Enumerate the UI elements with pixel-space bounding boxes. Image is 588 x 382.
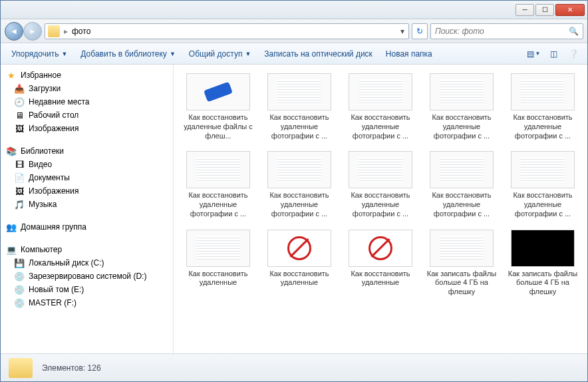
arrow-left-icon: ◄ [10,27,18,36]
sidebar-item-recent[interactable]: 🕘 Недавние места [1,95,173,108]
drive-icon: 💿 [14,284,25,295]
sidebar-item-music[interactable]: 🎵 Музыка [1,198,173,211]
thumbnail-image [511,73,575,110]
sidebar-item-documents[interactable]: 📄 Документы [1,171,173,184]
thumbnail-label: Как восстановить удаленные фотографии с … [507,113,579,140]
sidebar-item-drive-d[interactable]: 💿 Зарезервировано системой (D:) [1,270,173,283]
file-thumbnail[interactable]: Как восстановить удаленные файлы с флеш.… [179,70,257,144]
refresh-button[interactable]: ↻ [412,23,428,39]
star-icon: ★ [6,70,17,81]
sidebar-item-drive-f[interactable]: 💿 MASTER (F:) [1,296,173,309]
thumbnail-image [267,230,331,267]
thumbnail-label: Как восстановить удаленные фотографии с … [345,191,416,218]
drive-icon: 💿 [14,271,25,282]
help-button[interactable]: ❔ [565,46,582,62]
search-input[interactable] [431,27,565,36]
thumbnail-label: Как восстановить удаленные файлы с флеш.… [182,113,254,140]
file-thumbnail[interactable]: Как восстановить удаленные [179,226,257,300]
address-bar[interactable]: ▸ фото ▾ [45,23,409,39]
thumbnail-image [349,151,412,188]
titlebar: ─ ☐ ✕ [1,1,587,19]
libraries-group: 📚 Библиотеки 🎞 Видео 📄 Документы 🖼 Изобр… [1,144,173,211]
search-box[interactable]: 🔍 [430,23,583,39]
downloads-icon: 📥 [14,83,25,94]
thumbnail-image [349,73,412,110]
thumbnail-image [186,230,250,267]
close-button[interactable]: ✕ [555,4,585,16]
file-thumbnail[interactable]: Как восстановить удаленные фотографии с … [341,70,420,144]
file-thumbnail[interactable]: Как восстановить удаленные фотографии с … [504,70,582,144]
file-thumbnail[interactable]: Как восстановить удаленные фотографии с … [179,148,257,222]
thumbnail-grid: Как восстановить удаленные файлы с флеш.… [179,70,582,300]
file-thumbnail[interactable]: Как восстановить удаленные фотографии с … [504,148,582,222]
forward-button[interactable]: ► [23,22,42,41]
breadcrumb-segment[interactable]: фото [69,25,93,37]
file-thumbnail[interactable]: Как записать файлы больше 4 ГБ на флешку [504,226,582,300]
view-options-button[interactable]: ▤▼ [525,46,542,62]
maximize-button[interactable]: ☐ [535,4,554,16]
file-thumbnail[interactable]: Как восстановить удаленные фотографии с … [422,148,501,222]
organize-button[interactable]: Упорядочить▼ [6,47,73,61]
arrow-right-icon: ► [29,27,37,36]
sidebar-header-libraries[interactable]: 📚 Библиотеки [1,144,173,158]
thumbnail-label: Как записать файлы больше 4 ГБ на флешку [507,270,579,297]
thumbnail-label: Как восстановить удаленные фотографии с … [345,113,416,140]
homegroup-icon: 👥 [6,222,17,232]
file-thumbnail[interactable]: Как восстановить удаленные [341,226,420,300]
breadcrumb-chevron-icon: ▸ [63,27,69,36]
chevron-down-icon: ▼ [535,51,541,57]
search-icon[interactable]: 🔍 [565,27,583,36]
documents-icon: 📄 [14,172,25,183]
preview-pane-icon: ◫ [550,49,557,59]
address-dropdown-icon[interactable]: ▾ [396,27,408,36]
status-bar: Элементов: 126 [1,353,587,381]
file-thumbnail[interactable]: Как восстановить удаленные фотографии с … [422,70,501,144]
thumbnail-image [267,151,331,188]
sidebar-item-drive-e[interactable]: 💿 Новый том (E:) [1,283,173,296]
minimize-button[interactable]: ─ [515,4,534,16]
share-button[interactable]: Общий доступ▼ [184,47,257,61]
thumbnail-label: Как восстановить удаленные [345,270,416,288]
file-thumbnail[interactable]: Как записать файлы больше 4 ГБ на флешку [422,226,501,300]
thumbnail-label: Как восстановить удаленные фотографии с … [263,191,335,218]
new-folder-button[interactable]: Новая папка [380,47,438,61]
libraries-icon: 📚 [6,146,17,156]
computer-group: 💻 Компьютер 💾 Локальный диск (C:) 💿 Заре… [1,243,173,309]
thumbnail-image [511,230,575,267]
sidebar-item-desktop[interactable]: 🖥 Рабочий стол [1,108,173,122]
file-thumbnail[interactable]: Как восстановить удаленные [260,226,339,300]
file-thumbnail[interactable]: Как восстановить удаленные фотографии с … [260,148,339,222]
sidebar-item-downloads[interactable]: 📥 Загрузки [1,82,173,95]
thumbnail-image [430,230,494,267]
thumbnail-image [349,230,412,267]
video-icon: 🎞 [14,159,25,170]
navigation-pane: ★ Избранное 📥 Загрузки 🕘 Недавние места … [1,65,174,353]
sidebar-item-videos[interactable]: 🎞 Видео [1,158,173,171]
thumbnail-label: Как восстановить удаленные фотографии с … [263,113,335,140]
thumbnail-image [511,151,575,188]
folder-icon [48,25,60,37]
burn-button[interactable]: Записать на оптический диск [259,47,378,61]
chevron-down-icon: ▼ [61,51,67,57]
thumbnail-image [186,151,250,188]
sidebar-item-pictures[interactable]: 🖼 Изображения [1,122,173,135]
thumbnail-image [430,73,494,110]
favorites-group: ★ Избранное 📥 Загрузки 🕘 Недавние места … [1,69,173,135]
sidebar-item-homegroup[interactable]: 👥 Домашняя группа [1,220,173,234]
thumbnail-label: Как восстановить удаленные фотографии с … [507,191,579,218]
file-view: Как восстановить удаленные файлы с флеш.… [174,65,587,353]
thumbnail-label: Как восстановить удаленные фотографии с … [426,191,498,218]
sidebar-header-favorites[interactable]: ★ Избранное [1,69,173,82]
preview-pane-button[interactable]: ◫ [545,46,562,62]
sidebar-item-pictures-lib[interactable]: 🖼 Изображения [1,184,173,198]
folder-icon [9,358,33,378]
item-count-label: Элементов: 126 [42,363,101,373]
sidebar-item-drive-c[interactable]: 💾 Локальный диск (C:) [1,256,173,270]
help-icon: ❔ [569,49,579,59]
sidebar-header-computer[interactable]: 💻 Компьютер [1,243,173,256]
chevron-down-icon: ▼ [245,51,251,57]
back-button[interactable]: ◄ [5,22,23,41]
file-thumbnail[interactable]: Как восстановить удаленные фотографии с … [260,70,339,144]
add-to-library-button[interactable]: Добавить в библиотеку▼ [75,47,180,61]
file-thumbnail[interactable]: Как восстановить удаленные фотографии с … [341,148,420,222]
